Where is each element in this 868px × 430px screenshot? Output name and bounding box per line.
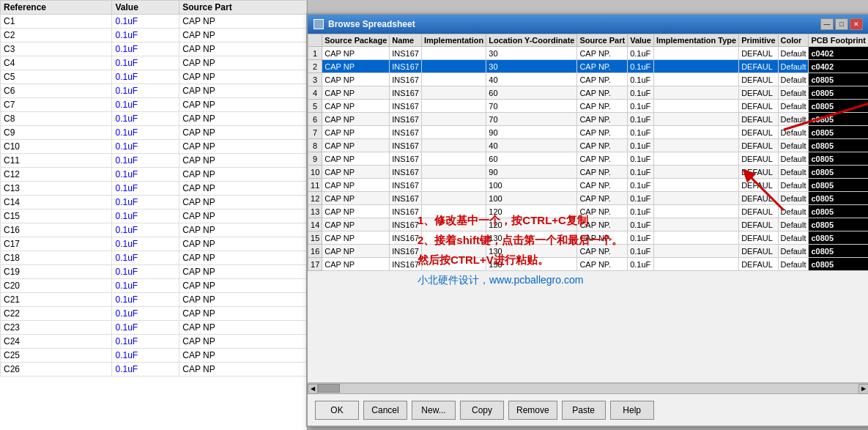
color-cell[interactable]: Default (778, 205, 809, 218)
val-cell[interactable]: 0.1uF (112, 363, 179, 377)
impl-cell[interactable] (421, 258, 486, 271)
src-pkg-cell[interactable]: CAP NP (322, 218, 390, 231)
cancel-button[interactable]: Cancel (363, 401, 407, 420)
dialog-table-row[interactable]: 2 CAP NP INS167 30 CAP NP. 0.1uF DEFAUL … (308, 60, 869, 73)
impl-cell[interactable] (421, 192, 486, 205)
dialog-table-row[interactable]: 6 CAP NP INS167 70 CAP NP. 0.1uF DEFAUL … (308, 113, 869, 126)
prim-cell[interactable]: DEFAUL (739, 152, 778, 166)
col-src-pkg[interactable]: Source Package (322, 34, 390, 47)
name-cell[interactable]: INS167 (390, 231, 422, 245)
src-part-cell[interactable]: CAP NP. (577, 86, 628, 100)
color-cell[interactable]: Default (778, 258, 809, 271)
pcb-cell[interactable]: c0805 (809, 152, 868, 166)
src-part-cell[interactable]: CAP NP. (577, 258, 628, 271)
val-cell[interactable]: 0.1uF (112, 265, 179, 279)
color-cell[interactable]: Default (778, 218, 809, 231)
pcb-cell[interactable]: c0805 (809, 139, 868, 152)
loc-y-cell[interactable]: 30 (486, 60, 577, 73)
dialog-table-row[interactable]: 4 CAP NP INS167 60 CAP NP. 0.1uF DEFAUL … (308, 86, 869, 100)
val-cell[interactable]: 0.1uF (112, 84, 179, 98)
src-cell[interactable]: CAP NP (179, 251, 307, 265)
dialog-table-row[interactable]: 8 CAP NP INS167 40 CAP NP. 0.1uF DEFAUL … (308, 139, 869, 152)
dialog-table-row[interactable]: 12 CAP NP INS167 100 CAP NP. 0.1uF DEFAU… (308, 192, 869, 205)
loc-y-cell[interactable]: 120 (486, 218, 577, 231)
ref-cell[interactable]: C23 (1, 321, 112, 335)
pcb-cell[interactable]: c0402 (809, 60, 868, 73)
help-button[interactable]: Help (610, 401, 654, 420)
prim-cell[interactable]: DEFAUL (739, 179, 778, 192)
impl-type-cell[interactable] (653, 86, 738, 100)
src-pkg-cell[interactable]: CAP NP (322, 139, 390, 152)
src-pkg-cell[interactable]: CAP NP (322, 60, 390, 73)
dialog-table-row[interactable]: 1 CAP NP INS167 30 CAP NP. 0.1uF DEFAUL … (308, 47, 869, 60)
src-pkg-cell[interactable]: CAP NP (322, 231, 390, 245)
src-cell[interactable]: CAP NP (179, 321, 307, 335)
dialog-table-row[interactable]: 15 CAP NP INS167 130 CAP NP. 0.1uF DEFAU… (308, 231, 869, 245)
src-part-cell[interactable]: CAP NP. (577, 245, 628, 258)
src-part-cell[interactable]: CAP NP. (577, 166, 628, 179)
impl-type-cell[interactable] (653, 100, 738, 113)
name-cell[interactable]: INS167 (390, 152, 422, 166)
src-cell[interactable]: CAP NP (179, 56, 307, 70)
impl-type-cell[interactable] (653, 231, 738, 245)
ref-cell[interactable]: C7 (1, 98, 112, 112)
val-cell[interactable]: 0.1uF (112, 307, 179, 321)
ref-cell[interactable]: C16 (1, 223, 112, 237)
prim-cell[interactable]: DEFAUL (739, 113, 778, 126)
pcb-cell[interactable]: c0805 (809, 179, 868, 192)
impl-cell[interactable] (421, 113, 486, 126)
val-cell[interactable]: 0.1uF (112, 279, 179, 293)
src-cell[interactable]: CAP NP (179, 84, 307, 98)
impl-type-cell[interactable] (653, 139, 738, 152)
name-cell[interactable]: INS167 (390, 60, 422, 73)
impl-type-cell[interactable] (653, 113, 738, 126)
val-cell[interactable]: 0.1uF (112, 15, 179, 29)
dialog-table-row[interactable]: 9 CAP NP INS167 60 CAP NP. 0.1uF DEFAUL … (308, 152, 869, 166)
dialog-table-row[interactable]: 7 CAP NP INS167 90 CAP NP. 0.1uF DEFAUL … (308, 126, 869, 139)
val-cell[interactable]: 0.1uF (112, 56, 179, 70)
prim-cell[interactable]: DEFAUL (739, 192, 778, 205)
src-cell[interactable]: CAP NP (179, 126, 307, 140)
loc-y-cell[interactable]: 60 (486, 152, 577, 166)
pcb-cell[interactable]: c0805 (809, 86, 868, 100)
dialog-table-wrapper[interactable]: Source Package Name Implementation Locat… (308, 34, 868, 382)
name-cell[interactable]: INS167 (390, 258, 422, 271)
src-pkg-cell[interactable]: CAP NP (322, 126, 390, 139)
ref-cell[interactable]: C22 (1, 307, 112, 321)
pcb-cell[interactable]: c0805 (809, 218, 868, 231)
col-name[interactable]: Name (390, 34, 422, 47)
src-pkg-cell[interactable]: CAP NP (322, 113, 390, 126)
src-cell[interactable]: CAP NP (179, 168, 307, 182)
src-part-cell[interactable]: CAP NP. (577, 152, 628, 166)
val-cell[interactable]: 0.1uF (112, 321, 179, 335)
val-cell[interactable]: 0.1uF (112, 70, 179, 84)
impl-cell[interactable] (421, 179, 486, 192)
ref-cell[interactable]: C6 (1, 84, 112, 98)
ref-cell[interactable]: C8 (1, 112, 112, 126)
col-primitive[interactable]: Primitive (739, 34, 778, 47)
ref-cell[interactable]: C5 (1, 70, 112, 84)
val-cell[interactable]: 0.1uF (112, 154, 179, 168)
impl-cell[interactable] (421, 166, 486, 179)
value-cell[interactable]: 0.1uF (628, 179, 654, 192)
loc-y-cell[interactable]: 40 (486, 139, 577, 152)
ref-cell[interactable]: C21 (1, 293, 112, 307)
loc-y-cell[interactable]: 130 (486, 231, 577, 245)
ref-cell[interactable]: C15 (1, 210, 112, 223)
dialog-table-row[interactable]: 16 CAP NP INS167 130 CAP NP. 0.1uF DEFAU… (308, 245, 869, 258)
dialog-table-row[interactable]: 10 CAP NP INS167 90 CAP NP. 0.1uF DEFAUL… (308, 166, 869, 179)
src-cell[interactable]: CAP NP (179, 307, 307, 321)
src-pkg-cell[interactable]: CAP NP (322, 205, 390, 218)
value-cell[interactable]: 0.1uF (628, 258, 654, 271)
maximize-button[interactable]: □ (835, 18, 848, 30)
color-cell[interactable]: Default (778, 192, 809, 205)
col-impl-type[interactable]: Implementation Type (653, 34, 738, 47)
src-cell[interactable]: CAP NP (179, 363, 307, 377)
pcb-cell[interactable]: c0805 (809, 245, 868, 258)
src-part-cell[interactable]: CAP NP. (577, 113, 628, 126)
value-cell[interactable]: 0.1uF (628, 245, 654, 258)
pcb-cell[interactable]: c0805 (809, 113, 868, 126)
src-cell[interactable]: CAP NP (179, 98, 307, 112)
prim-cell[interactable]: DEFAUL (739, 231, 778, 245)
value-cell[interactable]: 0.1uF (628, 152, 654, 166)
